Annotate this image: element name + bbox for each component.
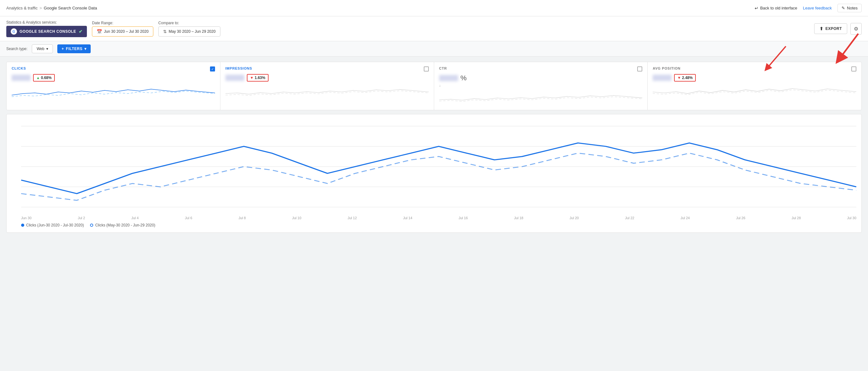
y-label-mid	[12, 162, 21, 166]
clicks-arrow-icon: ▲	[36, 75, 40, 80]
y-label-bottom	[12, 205, 21, 209]
clicks-mini-chart	[12, 84, 215, 100]
google-search-console-button[interactable]: G GOOGLE SEARCH CONSOLE ✔	[6, 26, 87, 37]
breadcrumb-current: Google Search Console Data	[44, 6, 97, 10]
main-content: CLICKS ▲ 0.68% IMPRESSIONS	[0, 57, 868, 238]
chart-legend: Clicks (Jun-30 2020 - Jul-30 2020) Click…	[12, 223, 856, 227]
leave-feedback-link[interactable]: Leave feedback	[803, 6, 832, 10]
impressions-mini-chart	[225, 84, 429, 100]
impressions-label: IMPRESSIONS	[225, 66, 252, 70]
settings-button[interactable]: ⚙	[850, 23, 862, 35]
x-label-jul24: Jul 24	[681, 216, 690, 220]
compare-label: Compare to:	[158, 21, 220, 25]
clicks-badge-value: 0.68%	[41, 75, 52, 80]
top-bar-right: ↵ Back to old interface Leave feedback ✎…	[755, 4, 862, 12]
x-label-jul18: Jul 18	[514, 216, 523, 220]
chart-y-axis	[12, 119, 21, 215]
impressions-header: IMPRESSIONS	[225, 66, 429, 71]
back-arrow-icon: ↵	[755, 6, 758, 11]
stats-label: Statistics & Analytics services:	[6, 20, 87, 25]
x-axis-labels: Jun 30 Jul 2 Jul 4 Jul 6 Jul 8 Jul 10 Ju…	[12, 215, 856, 220]
legend-item-solid: Clicks (Jun-30 2020 - Jul-30 2020)	[21, 223, 84, 227]
avg-position-arrow-icon: ▼	[677, 75, 681, 80]
x-label-jul2: Jul 2	[78, 216, 85, 220]
controls-bar: Statistics & Analytics services: G GOOGL…	[0, 17, 868, 41]
breadcrumb-separator: >	[39, 6, 42, 10]
swap-icon: ⇅	[163, 29, 167, 34]
search-type-dropdown[interactable]: Web ▾	[32, 44, 53, 53]
legend-item-dashed: Clicks (May-30 2020 - Jun-29 2020)	[90, 223, 155, 227]
x-label-jul4: Jul 4	[131, 216, 138, 220]
stats-service-section: Statistics & Analytics services: G GOOGL…	[6, 20, 87, 37]
impressions-checkbox[interactable]	[424, 66, 429, 71]
x-label-jul8: Jul 8	[238, 216, 246, 220]
date-range-button[interactable]: 📅 Jun 30 2020 – Jul 30 2020	[92, 27, 153, 36]
breadcrumb: Analytics & traffic > Google Search Cons…	[6, 6, 97, 10]
notes-button[interactable]: ✎ Notes	[837, 4, 862, 12]
x-label-jul10: Jul 10	[292, 216, 301, 220]
compare-value: May 30 2020 – Jun 29 2020	[169, 29, 216, 34]
avg-position-value-bar	[653, 75, 672, 81]
x-label-jul30: Jul 30	[847, 216, 856, 220]
gear-icon: ⚙	[854, 26, 858, 31]
google-logo: G	[11, 28, 17, 35]
check-icon: ✔	[79, 29, 83, 34]
compare-button[interactable]: ⇅ May 30 2020 – Jun 29 2020	[158, 27, 220, 36]
avg-position-checkbox[interactable]	[851, 66, 856, 71]
impressions-arrow-icon: ▼	[250, 75, 254, 80]
ctr-metric-card: CTR % ↓	[434, 62, 648, 110]
avg-position-header: AVG POSITION	[653, 66, 856, 71]
impressions-value-bar	[225, 75, 244, 81]
filters-button[interactable]: + FILTERS ▾	[57, 44, 91, 53]
back-to-old-interface-button[interactable]: ↵ Back to old interface	[755, 6, 797, 11]
x-label-jul28: Jul 28	[792, 216, 801, 220]
clicks-value-bar	[12, 75, 31, 81]
upload-icon: ⬆	[819, 26, 824, 31]
export-label: EXPORT	[826, 27, 842, 31]
back-to-old-label: Back to old interface	[760, 6, 797, 10]
x-label-jun30: Jun 30	[21, 216, 31, 220]
avg-position-mini-chart	[653, 84, 856, 100]
ctr-checkbox[interactable]	[637, 66, 642, 71]
impressions-badge: ▼ 1.63%	[247, 74, 269, 82]
chart-wrapper	[12, 119, 856, 215]
x-label-jul14: Jul 14	[403, 216, 412, 220]
ctr-header: CTR	[439, 66, 643, 71]
date-range-label: Date Range:	[92, 21, 153, 25]
filters-chevron-icon: ▾	[84, 47, 87, 51]
breadcrumb-parent[interactable]: Analytics & traffic	[6, 6, 37, 10]
impressions-badge-value: 1.63%	[255, 75, 266, 80]
x-label-jul26: Jul 26	[736, 216, 745, 220]
legend-dot-dashed	[90, 224, 93, 227]
clicks-checkbox[interactable]	[210, 66, 215, 71]
legend-label-dashed: Clicks (May-30 2020 - Jun-29 2020)	[95, 223, 155, 227]
avg-position-metric-card: AVG POSITION ▼ 2.48%	[648, 62, 861, 110]
clicks-label: CLICKS	[12, 66, 26, 70]
compare-section: Compare to: ⇅ May 30 2020 – Jun 29 2020	[158, 21, 220, 36]
notes-edit-icon: ✎	[842, 6, 845, 10]
search-type-label: Search type:	[6, 47, 27, 51]
ctr-mini-chart	[439, 90, 643, 105]
export-button[interactable]: ⬆ EXPORT	[814, 23, 847, 34]
y-label-top	[12, 119, 21, 123]
date-range-section: Date Range: 📅 Jun 30 2020 – Jul 30 2020	[92, 21, 153, 36]
clicks-metric-card: CLICKS ▲ 0.68%	[7, 62, 220, 110]
x-label-jul20: Jul 20	[569, 216, 579, 220]
controls-left: Statistics & Analytics services: G GOOGL…	[6, 20, 220, 37]
gsc-label: GOOGLE SEARCH CONSOLE	[20, 29, 76, 34]
clicks-header: CLICKS	[12, 66, 215, 71]
controls-right: ⬆ EXPORT ⚙	[814, 23, 862, 35]
x-label-jul16: Jul 16	[458, 216, 468, 220]
avg-position-value-row: ▼ 2.48%	[653, 74, 856, 82]
ctr-percent: %	[461, 74, 467, 82]
legend-dot-solid	[21, 224, 24, 227]
web-option-label: Web	[36, 47, 44, 51]
legend-label-solid: Clicks (Jun-30 2020 - Jul-30 2020)	[26, 223, 84, 227]
plus-icon: +	[62, 47, 64, 51]
avg-position-label: AVG POSITION	[653, 66, 680, 70]
avg-position-badge: ▼ 2.48%	[674, 74, 696, 82]
filters-label: FILTERS	[66, 47, 83, 51]
impressions-metric-card: IMPRESSIONS ▼ 1.63%	[220, 62, 434, 110]
clicks-value-row: ▲ 0.68%	[12, 74, 215, 82]
metric-cards: CLICKS ▲ 0.68% IMPRESSIONS	[6, 62, 862, 110]
